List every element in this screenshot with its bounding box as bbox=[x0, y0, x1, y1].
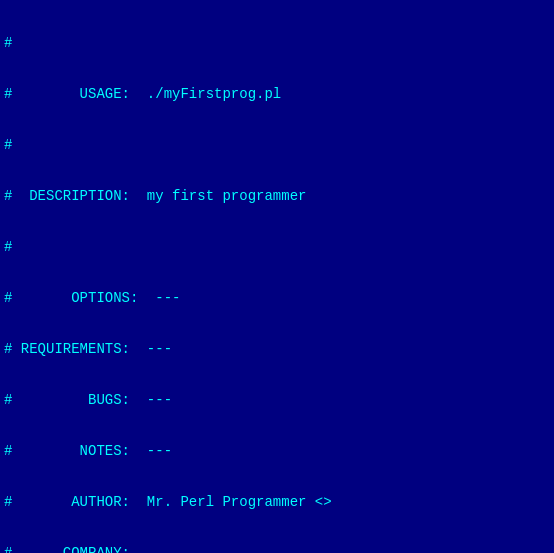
code-line-8: # BUGS: --- bbox=[4, 391, 550, 410]
code-line-1: # bbox=[4, 34, 550, 53]
code-line-6: # OPTIONS: --- bbox=[4, 289, 550, 308]
code-line-5: # bbox=[4, 238, 550, 257]
code-line-3: # bbox=[4, 136, 550, 155]
code-line-10: # AUTHOR: Mr. Perl Programmer <> bbox=[4, 493, 550, 512]
code-line-7: # REQUIREMENTS: --- bbox=[4, 340, 550, 359]
code-line-9: # NOTES: --- bbox=[4, 442, 550, 461]
code-line-11: # COMPANY: bbox=[4, 544, 550, 553]
code-line-4: # DESCRIPTION: my first programmer bbox=[4, 187, 550, 206]
code-line-2: # USAGE: ./myFirstprog.pl bbox=[4, 85, 550, 104]
code-editor[interactable]: # # USAGE: ./myFirstprog.pl # # DESCRIPT… bbox=[0, 0, 554, 553]
